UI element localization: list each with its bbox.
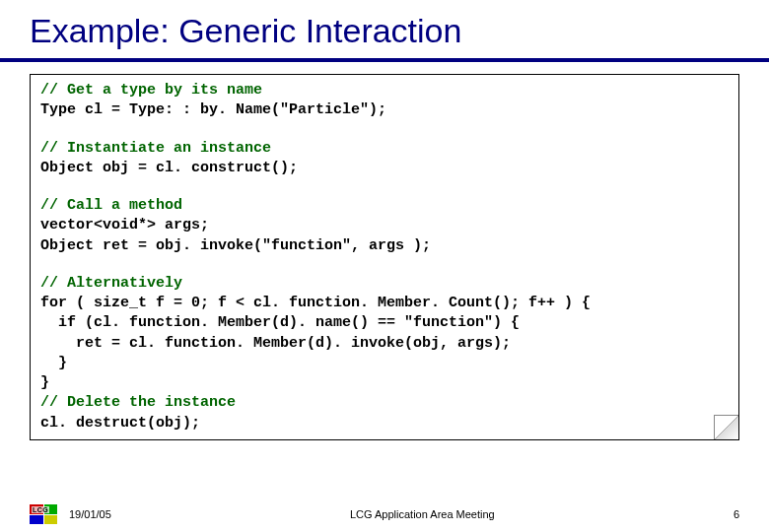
code-line: ret = cl. function. Member(d). invoke(ob…	[40, 334, 729, 354]
code-comment: // Alternatively	[40, 274, 729, 294]
code-line: cl. destruct(obj);	[40, 414, 729, 433]
blank-line	[40, 256, 729, 274]
code-comment: // Delete the instance	[40, 393, 729, 413]
title-underline	[0, 58, 769, 62]
footer: LCG 19/01/05 LCG Application Area Meetin…	[0, 504, 769, 524]
code-line: for ( size_t f = 0; f < cl. function. Me…	[40, 294, 729, 313]
code-comment: // Get a type by its name	[40, 81, 729, 100]
code-line: if (cl. function. Member(d). name() == "…	[40, 313, 729, 333]
code-box: // Get a type by its name Type cl = Type…	[30, 74, 739, 440]
code-line: }	[40, 373, 729, 393]
code-line: Object obj = cl. construct();	[40, 159, 729, 178]
footer-page-number: 6	[734, 508, 739, 520]
slide: Example: Generic Interaction // Get a ty…	[0, 0, 769, 532]
code-comment: // Call a method	[40, 196, 729, 216]
blank-line	[40, 121, 729, 139]
footer-center: LCG Application Area Meeting	[111, 508, 734, 520]
code-comment: // Instantiate an instance	[40, 139, 729, 159]
logo-text: LCG	[32, 506, 49, 513]
code-line: Object ret = obj. invoke("function", arg…	[40, 236, 729, 256]
slide-title: Example: Generic Interaction	[0, 0, 769, 58]
blank-line	[40, 178, 729, 196]
lcg-logo-icon: LCG	[30, 504, 57, 524]
code-line: Type cl = Type: : by. Name("Particle");	[40, 100, 729, 120]
code-line: }	[40, 354, 729, 373]
footer-date: 19/01/05	[69, 508, 111, 520]
code-line: vector<void*> args;	[40, 216, 729, 235]
